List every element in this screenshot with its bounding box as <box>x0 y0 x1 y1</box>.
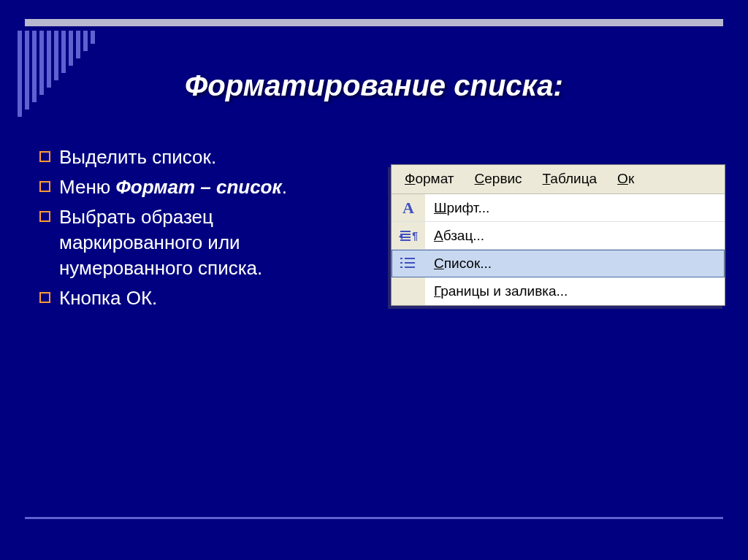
bullet-text: Кнопка ОК. <box>59 285 346 311</box>
menu-item-font[interactable]: A Шрифт... <box>392 194 725 222</box>
bullet-icon <box>39 211 50 222</box>
list-item: Выбрать образец маркированного или нумер… <box>39 204 346 281</box>
slide-title: Форматирование списка: <box>0 69 748 102</box>
list-item: Меню Формат – список. <box>39 174 346 200</box>
menubar-item-table[interactable]: Таблица <box>533 168 608 190</box>
top-rule <box>25 19 723 26</box>
bullet-icon <box>39 151 50 162</box>
bottom-rule <box>25 517 723 519</box>
bullet-icon <box>39 181 50 192</box>
list-item: Кнопка ОК. <box>39 285 346 311</box>
bullet-text: Меню Формат – список. <box>59 174 346 200</box>
dropdown-menu: A Шрифт... ¶ Абзац... Список... <box>392 193 725 305</box>
list-icon <box>392 250 425 277</box>
menubar-item-window[interactable]: Ок <box>607 168 644 190</box>
menu-item-borders[interactable]: Границы и заливка... <box>392 277 725 305</box>
font-icon: A <box>392 194 425 221</box>
menu-item-list[interactable]: Список... <box>392 250 725 277</box>
menubar-item-service[interactable]: Сервис <box>465 168 533 190</box>
paragraph-icon: ¶ <box>392 222 425 249</box>
bullet-text: Выбрать образец маркированного или нумер… <box>59 204 346 281</box>
menubar-item-format[interactable]: Формат <box>392 168 465 190</box>
bullet-list: Выделить список. Меню Формат – список. В… <box>39 145 346 316</box>
menubar: Формат Сервис Таблица Ок <box>392 165 725 193</box>
list-item: Выделить список. <box>39 145 346 170</box>
empty-icon <box>392 277 425 305</box>
menu-item-paragraph[interactable]: ¶ Абзац... <box>392 222 725 250</box>
bullet-icon <box>39 292 50 303</box>
bullet-text: Выделить список. <box>59 145 346 170</box>
menu-screenshot: Формат Сервис Таблица Ок A Шрифт... ¶ Аб… <box>391 164 725 306</box>
